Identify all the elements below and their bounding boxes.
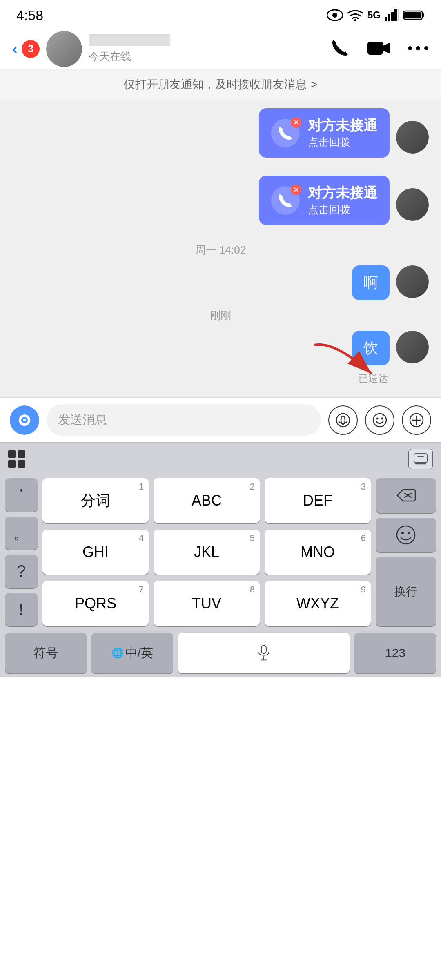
notification-text: 仅打开朋友通知，及时接收朋友消息	[124, 77, 307, 92]
key-9-wxyz[interactable]: 9 WXYZ	[265, 581, 371, 626]
missed-call-1-bubble[interactable]: ✕ 对方未接通 点击回拨	[259, 108, 390, 158]
key-number-2: 2	[250, 481, 255, 492]
phone-call-button[interactable]	[329, 38, 350, 60]
key-number-7: 7	[139, 584, 144, 595]
emoji-button[interactable]	[365, 405, 394, 435]
svg-rect-11	[368, 42, 383, 55]
svg-point-21	[373, 414, 386, 427]
nav-back-button[interactable]: ‹ 3	[12, 40, 40, 58]
punct-exclaim-key[interactable]: ！	[5, 593, 38, 626]
network-label: 5G	[368, 9, 381, 21]
notification-arrow-icon: >	[311, 78, 317, 91]
key-label-tuv: TUV	[192, 595, 221, 612]
key-number-4: 4	[139, 533, 144, 543]
status-icons: 5G	[327, 9, 425, 21]
kb-grid-cell-3	[8, 460, 16, 468]
key-7-pqrs[interactable]: 7 PQRS	[42, 581, 149, 626]
svg-rect-5	[391, 12, 394, 21]
battery-icon	[403, 9, 425, 21]
keyboard-main: ' 。 ? ！ 1 分词 2 ABC 3 DEF	[0, 475, 441, 629]
svg-rect-7	[398, 9, 399, 21]
nav-bar: ‹ 3 今天在线	[0, 29, 441, 69]
voice-wave-button[interactable]	[328, 405, 358, 435]
missed-call-1-row: ✕ 对方未接通 点击回拨	[12, 108, 429, 166]
key-8-tuv[interactable]: 8 TUV	[154, 581, 260, 626]
keyboard: ' 。 ? ！ 1 分词 2 ABC 3 DEF	[0, 475, 441, 677]
svg-point-12	[408, 46, 412, 50]
keyboard-keys: 1 分词 2 ABC 3 DEF 4 GHI 5	[38, 475, 376, 629]
keyboard-hide-button[interactable]	[408, 449, 433, 469]
return-key[interactable]: 换行	[376, 557, 436, 626]
my-avatar-2	[396, 331, 429, 363]
more-options-button[interactable]	[408, 45, 429, 53]
chat-timestamp-1: 周一 14:02	[12, 243, 429, 257]
key-3-def[interactable]: 3 DEF	[265, 478, 371, 523]
symbol-key[interactable]: 符号	[5, 633, 87, 673]
key-6-mno[interactable]: 6 MNO	[265, 530, 371, 575]
notification-banner[interactable]: 仅打开朋友通知，及时接收朋友消息 >	[0, 69, 441, 100]
keyboard-row-1: 1 分词 2 ABC 3 DEF	[38, 475, 376, 526]
punct-question-key[interactable]: ?	[5, 555, 38, 588]
missed-call-2-icon: ✕	[271, 186, 300, 215]
missed-call-2-row: ✕ 对方未接通 点击回拨	[12, 176, 429, 233]
num123-key[interactable]: 123	[354, 633, 436, 673]
kb-grid-cell-1	[8, 450, 16, 458]
key-4-ghi[interactable]: 4 GHI	[42, 530, 149, 575]
missed-call-2-bubble[interactable]: ✕ 对方未接通 点击回拨	[259, 176, 390, 225]
svg-rect-27	[414, 454, 427, 463]
key-1-fenchi[interactable]: 1 分词	[42, 478, 149, 523]
video-call-button[interactable]	[367, 39, 391, 59]
status-bar: 4:58 5G	[0, 0, 441, 29]
key-label-def: DEF	[303, 492, 332, 509]
svg-rect-9	[404, 12, 421, 18]
num123-key-label: 123	[385, 646, 405, 660]
key-number-8: 8	[250, 584, 255, 595]
signal-icon	[385, 9, 399, 21]
svg-point-1	[332, 13, 337, 18]
add-button[interactable]	[402, 405, 431, 435]
svg-point-23	[381, 417, 383, 419]
svg-point-2	[354, 19, 356, 21]
nav-badge: 3	[22, 40, 40, 58]
message-input[interactable]: 发送消息	[47, 404, 321, 436]
space-key[interactable]	[178, 633, 350, 673]
key-label-fenchi: 分词	[81, 491, 110, 511]
key-label-abc: ABC	[192, 492, 222, 509]
kb-grid-cell-4	[18, 460, 25, 468]
svg-point-13	[416, 46, 420, 50]
eye-icon	[327, 9, 343, 21]
keyboard-grid-icon[interactable]	[8, 450, 25, 468]
keyboard-right-column: 换行	[376, 475, 441, 629]
key-number-6: 6	[361, 533, 366, 543]
message-row-2-wrapper: 饮	[12, 331, 429, 365]
svg-rect-6	[394, 9, 397, 21]
missed-call-1-icon: ✕	[271, 119, 300, 147]
voice-button[interactable]	[10, 405, 39, 435]
punct-period-key[interactable]: 。	[5, 517, 38, 550]
symbol-key-label: 符号	[33, 645, 58, 662]
keyboard-toolbar	[0, 442, 441, 475]
message-bubble-1: 啊	[352, 265, 390, 300]
missed-call-x-icon-2: ✕	[291, 185, 301, 195]
svg-rect-10	[422, 13, 424, 17]
svg-rect-3	[385, 17, 387, 21]
punct-comma-key[interactable]: '	[5, 478, 38, 512]
delete-key[interactable]	[376, 478, 436, 513]
key-label-ghi: GHI	[82, 543, 109, 561]
key-number-5: 5	[250, 533, 255, 543]
key-number-3: 3	[361, 481, 366, 492]
keyboard-row-3: 7 PQRS 8 TUV 9 WXYZ	[38, 578, 376, 629]
svg-rect-36	[261, 645, 266, 653]
mic-icon	[256, 645, 272, 661]
key-number-9: 9	[361, 584, 366, 595]
return-key-label: 换行	[394, 584, 417, 599]
emoji-key[interactable]	[376, 518, 436, 552]
key-number-1: 1	[139, 481, 144, 492]
key-2-abc[interactable]: 2 ABC	[154, 478, 260, 523]
svg-point-33	[397, 526, 415, 544]
key-5-jkl[interactable]: 5 JKL	[154, 530, 260, 575]
wifi-icon	[347, 9, 363, 21]
chinese-key[interactable]: 🌐 中/英	[91, 633, 173, 673]
status-time: 4:58	[16, 7, 43, 23]
key-label-jkl: JKL	[194, 543, 219, 561]
